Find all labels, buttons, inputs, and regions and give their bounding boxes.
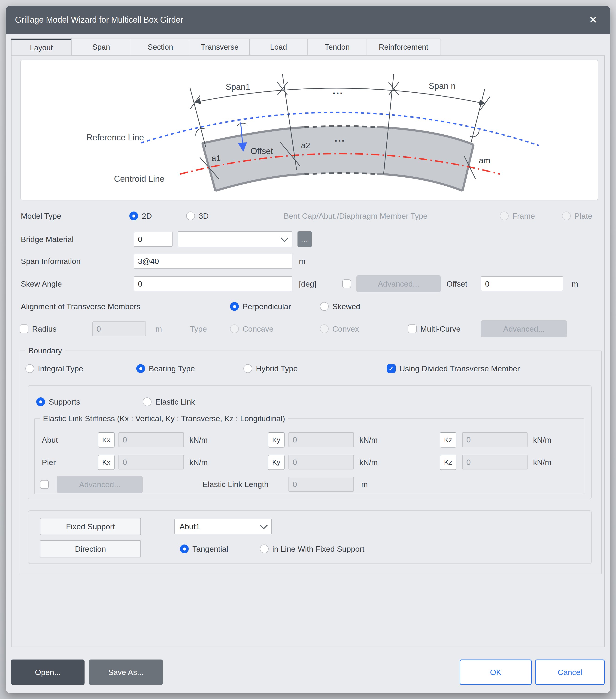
skew-angle-input[interactable]: 0 (134, 276, 292, 291)
abut-kz-input: 0 (462, 432, 527, 447)
abut-kz-button[interactable]: Kz (440, 432, 456, 448)
radio-integral-circle (25, 364, 34, 373)
tab-layout[interactable]: Layout (11, 39, 71, 56)
chevron-down-icon (280, 234, 288, 242)
pier-kz-input: 0 (462, 455, 527, 470)
abut-ky-input: 0 (288, 432, 354, 447)
radio-in-line-with-fixed-support[interactable]: in Line With Fixed Support (260, 544, 365, 554)
chevron-down-icon (260, 522, 268, 529)
browse-material-button[interactable]: ... (298, 232, 312, 247)
open-button[interactable]: Open... (11, 660, 84, 685)
pier-ky-unit: kN/m (359, 455, 378, 470)
close-icon[interactable]: ✕ (584, 6, 602, 34)
elastic-link-length-input: 0 (288, 477, 354, 492)
radio-skewed[interactable]: Skewed (320, 302, 360, 311)
pier-row-label: Pier (42, 455, 56, 470)
radio-convex: Convex (320, 324, 359, 333)
radio-hybrid-type[interactable]: Hybrid Type (244, 364, 298, 373)
radius-checkbox[interactable]: Radius (19, 324, 56, 333)
abut-ky-button[interactable]: Ky (268, 432, 285, 448)
stiffness-advanced-checkbox[interactable] (40, 480, 49, 489)
page: Grillage Model Wizard for Multicell Box … (0, 0, 616, 699)
tab-reinforcement[interactable]: Reinforcement (367, 39, 441, 56)
abut-row-label: Abut (42, 433, 58, 447)
stiffness-advanced-button: Advanced... (57, 476, 143, 493)
fixed-support-combo[interactable]: Abut1 (174, 519, 272, 535)
radio-integral-type[interactable]: Integral Type (25, 364, 83, 373)
span-information-label: Span Information (21, 254, 81, 268)
skew-advanced-checkbox[interactable] (342, 279, 351, 288)
radio-concave: Concave (230, 324, 274, 333)
radio-2d-circle (129, 212, 138, 220)
radio-hybrid-circle (244, 364, 252, 373)
radius-advanced-button: Advanced... (481, 320, 567, 338)
offset-label: Offset (251, 146, 273, 156)
bridge-material-combo[interactable] (178, 232, 292, 247)
radio-tangential[interactable]: Tangential (180, 544, 228, 554)
radio-plate: Plate (562, 211, 592, 221)
centroid-line-label: Centroid Line (114, 174, 165, 184)
pier-ky-button[interactable]: Ky (268, 455, 285, 470)
skew-advanced-checkbox-box (342, 279, 351, 288)
save-as-button[interactable]: Save As... (89, 660, 163, 685)
alignment-label: Alignment of Transverse Members (21, 299, 141, 314)
abut-kx-button[interactable]: Kx (98, 432, 115, 448)
layout-diagram: Span1 Span n ··· ··· Reference Line Cent… (20, 60, 598, 200)
radio-supports[interactable]: Supports (36, 397, 80, 406)
radio-concave-circle (230, 325, 239, 333)
cancel-button[interactable]: Cancel (535, 660, 605, 685)
span-n-label: Span n (429, 81, 456, 91)
pier-kx-unit: kN/m (189, 455, 208, 470)
dialog-title: Grillage Model Wizard for Multicell Box … (6, 15, 183, 25)
divided-transverse-checkbox[interactable]: Using Divided Transverse Member (387, 364, 520, 373)
span-information-input[interactable]: 3@40 (134, 254, 292, 268)
skew-advanced-button: Advanced... (356, 275, 441, 292)
skew-angle-unit: [deg] (299, 276, 316, 291)
elastic-link-length-label: Elastic Link Length (202, 477, 268, 492)
radio-3d[interactable]: 3D (186, 211, 209, 221)
span-information-unit: m (299, 254, 305, 268)
radio-convex-circle (320, 325, 329, 333)
radio-bearing-type[interactable]: Bearing Type (136, 364, 195, 373)
ok-button[interactable]: OK (460, 660, 532, 685)
direction-button[interactable]: Direction (40, 540, 141, 557)
bridge-material-id-input[interactable]: 0 (134, 232, 172, 247)
bridge-layout-drawing: Span1 Span n ··· ··· Reference Line Cent… (21, 60, 598, 200)
offset-input[interactable]: 0 (481, 276, 563, 291)
multi-curve-checkbox[interactable]: Multi-Curve (408, 324, 461, 333)
offset-label: Offset (446, 276, 467, 291)
fixed-support-button[interactable]: Fixed Support (40, 518, 141, 535)
radio-frame: Frame (500, 211, 535, 221)
radio-tangential-circle (180, 544, 189, 553)
a2-label: a2 (301, 141, 310, 150)
multi-curve-checkbox-box (408, 325, 417, 333)
tab-load[interactable]: Load (250, 39, 308, 56)
pier-kz-button[interactable]: Kz (440, 455, 456, 470)
tab-transverse[interactable]: Transverse (190, 39, 250, 56)
radio-2d[interactable]: 2D (129, 211, 152, 221)
offset-unit: m (572, 276, 578, 291)
bent-cap-label: Bent Cap/Abut./Diaphragm Member Type (284, 209, 428, 223)
tab-span[interactable]: Span (71, 39, 131, 56)
radio-in-line-circle (260, 544, 268, 553)
radio-frame-circle (500, 212, 509, 220)
reference-line-label: Reference Line (87, 133, 144, 142)
radio-elastic-link[interactable]: Elastic Link (143, 397, 195, 406)
abut-kx-input: 0 (118, 432, 184, 447)
radio-perpendicular[interactable]: Perpendicular (230, 302, 291, 311)
tab-tendon[interactable]: Tendon (308, 39, 367, 56)
radio-perpendicular-circle (230, 302, 239, 311)
pier-kx-input: 0 (118, 455, 184, 470)
bridge-material-label: Bridge Material (21, 232, 74, 247)
radio-supports-circle (36, 397, 45, 406)
tab-section[interactable]: Section (131, 39, 190, 56)
pier-kx-button[interactable]: Kx (98, 455, 115, 470)
radio-plate-circle (562, 212, 571, 220)
dialog-titlebar: Grillage Model Wizard for Multicell Box … (6, 6, 610, 34)
am-label: am (479, 156, 490, 165)
dots-top: ··· (332, 87, 343, 100)
a1-label: a1 (212, 154, 221, 163)
span1-label: Span1 (226, 82, 250, 92)
radius-checkbox-box (19, 325, 28, 333)
skew-angle-label: Skew Angle (21, 276, 62, 291)
